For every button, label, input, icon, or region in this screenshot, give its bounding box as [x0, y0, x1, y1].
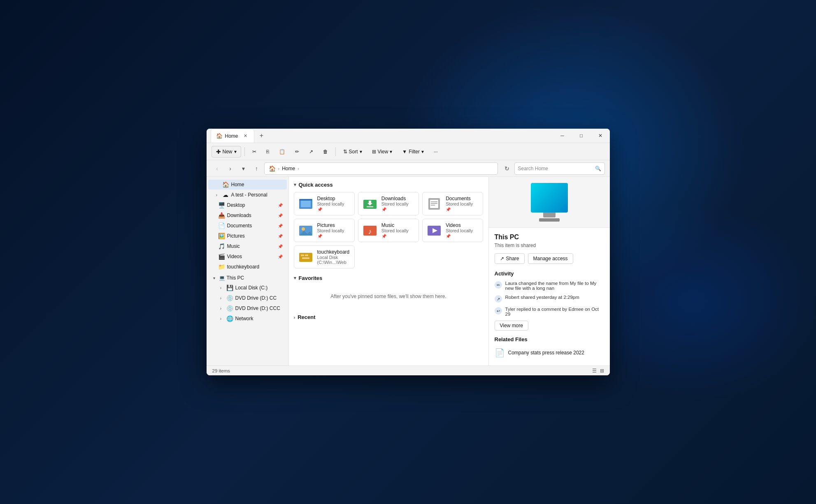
search-box[interactable]: Search Home 🔍 — [514, 162, 605, 175]
folder-card-documents[interactable]: Documents Stored locally 📌 — [422, 192, 483, 215]
delete-icon: 🗑 — [323, 149, 328, 155]
sidebar-item-dvd-d2[interactable]: › 💿 DVD Drive (D:) CCC — [208, 303, 287, 313]
recent-header[interactable]: › Recent — [294, 314, 484, 320]
localdisk-icon: 💾 — [226, 284, 233, 291]
quick-access-label: Quick access — [299, 182, 333, 188]
activity-item-2: ↗ Robert shared yesterday at 2:29pm — [495, 295, 604, 303]
new-tab-button[interactable]: + — [256, 130, 267, 141]
pc-icon-wrapper — [531, 183, 568, 222]
new-icon: ✚ — [216, 148, 221, 155]
activity-text-3: Tyler replied to a comment by Edmee on O… — [505, 307, 604, 317]
minimize-button[interactable]: ─ — [553, 129, 572, 143]
folder-card-music[interactable]: ♪ Music Stored locally 📌 — [358, 219, 419, 242]
share-toolbar-button[interactable]: ↗ — [305, 147, 317, 157]
folder-card-videos[interactable]: Videos Stored locally 📌 — [422, 219, 483, 242]
music-folder-pin: 📌 — [381, 234, 414, 238]
maximize-button[interactable]: □ — [572, 129, 591, 143]
videos-sidebar-icon: 🎬 — [218, 253, 225, 260]
sidebar-localdisk-label: Local Disk (C:) — [235, 285, 268, 291]
view-grid-icon[interactable]: ⊞ — [600, 368, 604, 374]
copy-icon: ⎘ — [266, 149, 269, 155]
activity-item-1: ✏ Laura changed the name from My file to… — [495, 281, 604, 291]
details-pane: This PC This item is shared ↗ Share Mana… — [488, 177, 610, 365]
quick-access-header[interactable]: ▾ Quick access — [294, 182, 484, 188]
desktop-folder-name: Desktop — [317, 196, 350, 201]
details-subtitle: This item is shared — [495, 243, 604, 248]
sidebar-item-localdisk[interactable]: › 💾 Local Disk (C:) — [208, 283, 287, 293]
music-folder-info: Music Stored locally 📌 — [381, 222, 414, 238]
related-file-icon-1: 📄 — [495, 348, 505, 358]
sidebar-thispc-header[interactable]: ▾ 💻 This PC — [208, 273, 287, 282]
sidebar-item-videos[interactable]: 🎬 Videos 📌 — [208, 252, 287, 261]
copy-button[interactable]: ⎘ — [262, 147, 273, 157]
sidebar-dvd-d-label: DVD Drive (D:) CC — [235, 295, 277, 301]
sidebar-item-pictures[interactable]: 🖼️ Pictures 📌 — [208, 231, 287, 241]
sidebar-item-cloud[interactable]: › ☁ A test - Personal — [208, 190, 287, 200]
share-button[interactable]: ↗ Share — [495, 253, 525, 264]
tab-home[interactable]: 🏠 Home ✕ — [211, 129, 254, 143]
documents-folder-icon — [427, 197, 442, 211]
sidebar-item-network[interactable]: › 🌐 Network — [208, 314, 287, 324]
details-actions: ↗ Share Manage access — [495, 253, 604, 264]
close-button[interactable]: ✕ — [591, 129, 610, 143]
delete-button[interactable]: 🗑 — [319, 147, 332, 157]
view-chevron-icon: ▾ — [390, 149, 392, 155]
music-sidebar-icon: 🎵 — [218, 243, 225, 250]
toolbar-divider-2 — [335, 147, 336, 156]
sidebar-item-music[interactable]: 🎵 Music 📌 — [208, 241, 287, 251]
status-bar: 29 items ☰ ⊞ — [207, 365, 610, 375]
new-button[interactable]: ✚ New ▾ — [212, 146, 241, 157]
cut-button[interactable]: ✂ — [248, 147, 260, 157]
svg-rect-1 — [301, 201, 311, 207]
rename-button[interactable]: ✏ — [291, 147, 303, 157]
folder-card-desktop[interactable]: Desktop Stored locally 📌 — [294, 192, 355, 215]
view-button[interactable]: ⊞ View ▾ — [368, 147, 397, 157]
sidebar-item-dvd-d[interactable]: › 💿 DVD Drive (D:) CC — [208, 293, 287, 303]
pictures-folder-icon — [298, 223, 313, 238]
folder-card-touchkb[interactable]: touchkeyboard Local Disk (C:\Win...\Web — [294, 245, 355, 268]
sidebar-thispc-label: This PC — [227, 275, 244, 281]
filter-chevron-icon: ▾ — [421, 149, 424, 155]
folder-card-downloads[interactable]: Downloads Stored locally 📌 — [358, 192, 419, 215]
address-bar[interactable]: 🏠 › Home › — [264, 162, 498, 175]
new-chevron-icon: ▾ — [234, 149, 237, 155]
sidebar-item-documents[interactable]: 📄 Documents 📌 — [208, 221, 287, 231]
back-button[interactable]: ‹ — [212, 163, 223, 174]
videos-folder-icon — [427, 223, 442, 238]
recent-section: › Recent — [294, 314, 484, 320]
sidebar-documents-label: Documents — [227, 223, 252, 229]
filter-button[interactable]: ▼ Filter ▾ — [398, 147, 428, 157]
manage-access-button[interactable]: Manage access — [528, 253, 573, 264]
sidebar-group-thispc: ▾ 💻 This PC › 💾 Local Disk (C:) › 💿 DVD … — [207, 272, 288, 325]
up-button[interactable]: ↑ — [251, 163, 263, 174]
view-more-button[interactable]: View more — [495, 321, 528, 331]
folder-card-pictures[interactable]: Pictures Stored locally 📌 — [294, 219, 355, 242]
activity-icon-2: ↗ — [495, 295, 502, 303]
refresh-button[interactable]: ↻ — [501, 163, 513, 174]
view-icon: ⊞ — [372, 149, 376, 155]
localdisk-expand: › — [218, 285, 224, 291]
filter-icon: ▼ — [402, 149, 407, 155]
desktop-pin-icon: 📌 — [278, 203, 283, 208]
activity-text-1: Laura changed the name from My file to M… — [505, 281, 604, 291]
share-btn-label: Share — [506, 256, 519, 261]
forward-button[interactable]: › — [225, 163, 236, 174]
sidebar-item-downloads[interactable]: 📥 Downloads 📌 — [208, 210, 287, 220]
sidebar-item-home[interactable]: 🏠 Home — [208, 180, 287, 190]
sidebar-item-desktop[interactable]: 🖥️ Desktop 📌 — [208, 200, 287, 210]
documents-folder-sub: Stored locally — [446, 201, 479, 206]
view-list-icon[interactable]: ☰ — [592, 368, 597, 374]
search-placeholder: Search Home — [518, 166, 548, 171]
favorites-header[interactable]: ▾ Favorites — [294, 275, 484, 281]
sidebar-cloud-label: A test - Personal — [231, 192, 267, 198]
sidebar-touchkb-label: touchkeyboard — [227, 264, 260, 270]
tab-close-button[interactable]: ✕ — [242, 133, 249, 139]
related-file-item-1[interactable]: 📄 Company stats press release 2022 — [495, 346, 604, 360]
more-options-button[interactable]: ··· — [430, 147, 442, 157]
pictures-folder-sub: Stored locally — [317, 228, 350, 233]
sidebar-dvd-d2-label: DVD Drive (D:) CCC — [235, 305, 280, 311]
recent-locations-button[interactable]: ▾ — [238, 163, 249, 174]
sort-button[interactable]: ⇅ Sort ▾ — [339, 147, 366, 157]
sidebar-item-touchkeyboard[interactable]: 📁 touchkeyboard — [208, 262, 287, 272]
paste-button[interactable]: 📋 — [275, 147, 289, 157]
